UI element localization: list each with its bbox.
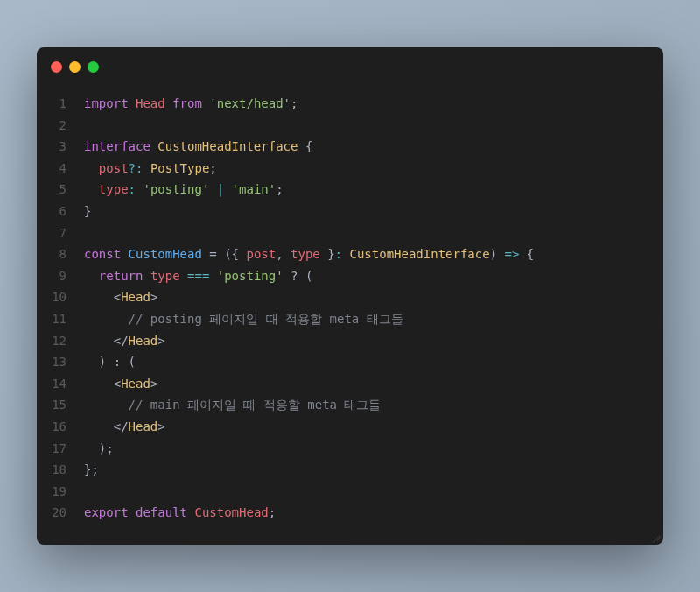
code-content: }: [74, 201, 91, 222]
token-k-export: export: [84, 505, 136, 519]
token-punct: ;: [290, 96, 298, 110]
token-typename: Head: [129, 334, 158, 348]
token-ident: type: [150, 269, 180, 283]
minimize-icon[interactable]: [69, 61, 80, 73]
token-punct: ): [490, 247, 505, 261]
token-k-interface: interface: [84, 139, 158, 153]
token-punct: ;: [269, 505, 276, 519]
token-str: 'posting': [143, 182, 209, 196]
token-ident: post: [246, 247, 276, 261]
token-typename: Head: [121, 377, 150, 391]
line-number: 13: [37, 351, 74, 373]
code-content: <Head>: [74, 373, 158, 395]
token-str: 'posting': [217, 269, 284, 283]
line-number: 14: [37, 373, 74, 395]
token-punct: ,: [276, 247, 290, 261]
code-content: // main 페이지일 때 적용할 meta 태그들: [74, 394, 381, 416]
token-typename: CustomHeadInterface: [158, 139, 298, 153]
token-typename: CustomHeadInterface: [349, 247, 489, 261]
code-content: [74, 222, 91, 244]
token-ident: Head: [136, 96, 165, 110]
window-titlebar: [37, 47, 663, 86]
code-line: 13 ) : (: [37, 351, 663, 373]
token-op: :: [129, 182, 136, 196]
line-number: 5: [37, 179, 74, 201]
close-icon[interactable]: [51, 61, 62, 73]
token-punct: [84, 269, 99, 283]
token-op: =>: [505, 247, 520, 261]
line-number: 9: [37, 265, 74, 287]
token-punct: [84, 290, 114, 304]
token-func: CustomHead: [129, 247, 202, 261]
token-op: |: [209, 182, 231, 196]
line-number: 4: [37, 158, 74, 180]
code-line: 3interface CustomHeadInterface {: [37, 136, 663, 158]
token-punct: [84, 334, 114, 348]
token-punct: }: [320, 247, 335, 261]
token-typename: Head: [129, 419, 158, 433]
code-content: };: [74, 459, 99, 481]
code-content: // posting 페이지일 때 적용할 meta 태그들: [74, 308, 403, 330]
line-number: 6: [37, 201, 74, 222]
code-content: return type === 'posting' ? (: [74, 265, 312, 287]
token-k-import: import: [84, 96, 136, 110]
token-tagb: <: [114, 377, 121, 391]
token-punct: [84, 312, 129, 326]
token-punct: = ({: [202, 247, 247, 261]
code-content: interface CustomHeadInterface {: [74, 136, 312, 158]
token-tagb: </: [114, 419, 129, 433]
token-ident: CustomHead: [194, 505, 268, 519]
code-content: [74, 115, 91, 137]
resize-handle-icon[interactable]: [651, 532, 660, 541]
line-number: 16: [37, 416, 74, 438]
token-k-const: const: [84, 247, 129, 261]
line-number: 12: [37, 330, 74, 352]
line-number: 2: [37, 115, 74, 137]
code-content: ) : (: [74, 351, 136, 373]
token-tagb: >: [158, 419, 164, 433]
code-line: 5 type: 'posting' | 'main';: [37, 179, 663, 201]
code-line: 14 <Head>: [37, 373, 663, 395]
token-tagb: <: [114, 290, 121, 304]
token-comment: // posting 페이지일 때 적용할 meta 태그들: [129, 312, 403, 326]
line-number: 3: [37, 136, 74, 158]
code-line: 17 );: [37, 438, 663, 460]
code-line: 16 </Head>: [37, 416, 663, 438]
token-punct: [143, 161, 150, 175]
code-line: 6}: [37, 201, 663, 222]
token-punct: ;: [276, 182, 283, 196]
line-number: 7: [37, 222, 74, 244]
line-number: 18: [37, 459, 74, 481]
code-line: 10 <Head>: [37, 286, 663, 308]
token-ident: type: [290, 247, 320, 261]
code-content: </Head>: [74, 330, 165, 352]
code-content: import Head from 'next/head';: [74, 93, 298, 115]
code-line: 19: [37, 481, 663, 503]
token-punct: }: [84, 204, 91, 218]
code-content: [74, 481, 91, 503]
line-number: 10: [37, 286, 74, 308]
token-punct: };: [84, 462, 99, 476]
token-punct: [84, 377, 114, 391]
code-content: </Head>: [74, 416, 165, 438]
code-line: 20export default CustomHead;: [37, 502, 663, 524]
code-content: <Head>: [74, 286, 158, 308]
token-str: 'main': [232, 182, 276, 196]
token-tagb: >: [150, 377, 158, 391]
code-editor: 1import Head from 'next/head';2 3interfa…: [37, 86, 663, 545]
line-number: 8: [37, 243, 74, 265]
maximize-icon[interactable]: [88, 61, 99, 73]
token-typename: PostType: [150, 161, 209, 175]
line-number: 17: [37, 438, 74, 460]
code-line: 4 post?: PostType;: [37, 158, 663, 180]
code-line: 8const CustomHead = ({ post, type }: Cus…: [37, 243, 663, 265]
token-op: ===: [180, 269, 217, 283]
token-k-from: from: [165, 96, 210, 110]
token-punct: [84, 182, 99, 196]
token-prop: post: [99, 161, 129, 175]
token-tagb: >: [158, 334, 164, 348]
code-line: 18};: [37, 459, 663, 481]
code-line: 1import Head from 'next/head';: [37, 93, 663, 115]
line-number: 15: [37, 394, 74, 416]
code-line: 2: [37, 115, 663, 137]
